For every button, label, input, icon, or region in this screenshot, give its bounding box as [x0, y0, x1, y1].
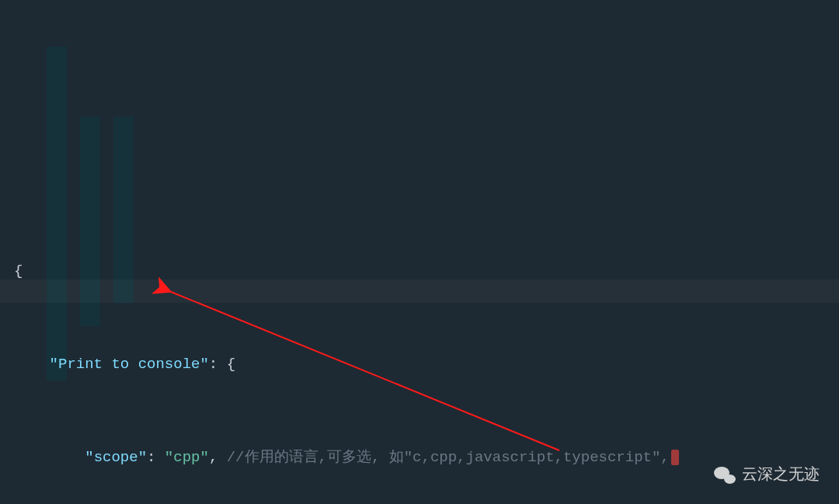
- active-line-highlight: [0, 280, 839, 303]
- cursor-indicator: [671, 450, 679, 465]
- watermark: 云深之无迹: [714, 464, 820, 485]
- code-line: "Print to console": {: [14, 353, 839, 376]
- code-line: {: [14, 259, 839, 283]
- code-editor[interactable]: { "Print to console": { "scope": "cpp", …: [0, 0, 839, 504]
- wechat-icon: [714, 465, 736, 484]
- watermark-text: 云深之无迹: [742, 464, 820, 485]
